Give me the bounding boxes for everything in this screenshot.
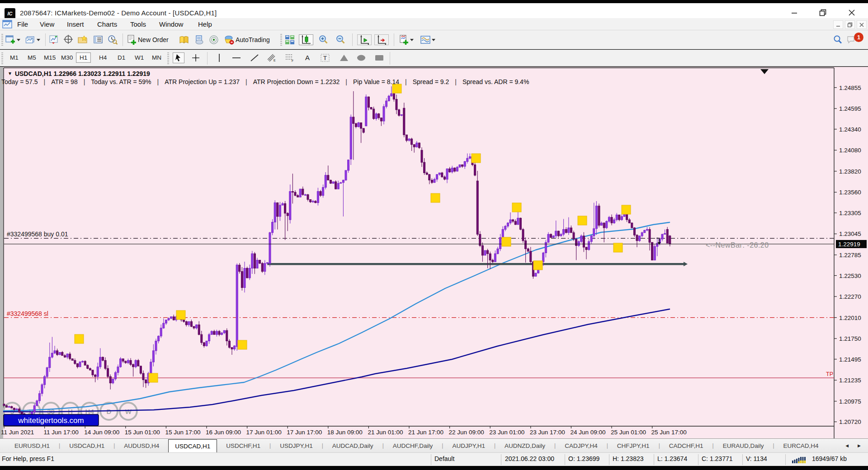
menu-item-file[interactable]: File (17, 20, 28, 28)
chart-restore-button[interactable] (845, 20, 855, 29)
toolbar-grip[interactable] (167, 52, 169, 64)
timeframe-button-h1[interactable]: H1 (76, 52, 91, 63)
candle-body (365, 97, 367, 126)
toolbar-grip[interactable] (280, 34, 282, 46)
menu-item-tools[interactable]: Tools (130, 20, 146, 28)
timeframe-button-h4[interactable]: H4 (95, 52, 110, 63)
timeframe-button-w1[interactable]: W1 (131, 52, 147, 63)
data-window-button[interactable] (63, 34, 74, 45)
candlestick-mode-button[interactable] (299, 34, 313, 45)
chart-menu-arrow-icon[interactable]: ▼ (8, 71, 12, 76)
code-base-button[interactable] (194, 34, 205, 45)
triangle-shape-button[interactable] (338, 52, 350, 63)
candle-body (317, 192, 319, 203)
chart-template-button[interactable] (420, 34, 440, 45)
menu-item-window[interactable]: Window (159, 20, 183, 28)
chart-tab-usdchf-h1[interactable]: USDCHF,H1 (217, 439, 269, 452)
chart-tab-usdcad-h1[interactable]: USDCAD,H1 (168, 439, 217, 452)
candle-body (474, 165, 476, 175)
zoom-in-button[interactable] (318, 34, 329, 45)
time-axis-label: 21 Jun 01:00 (368, 429, 403, 436)
chart-tab-audcad-daily[interactable]: AUDCAD,Daily (323, 439, 382, 452)
price-chart[interactable]: 51530HH4DW#332499568 buy 0.01#332499568 … (0, 67, 868, 438)
rectangle-shape-button[interactable] (373, 52, 385, 63)
signal-marker (149, 373, 158, 382)
cursor-tool-button[interactable] (173, 52, 184, 63)
candle-body (573, 233, 575, 239)
chart-tab-euraud-daily[interactable]: EURAUD,Daily (714, 439, 773, 452)
menu-item-charts[interactable]: Charts (97, 20, 117, 28)
timeframe-button-d1[interactable]: D1 (114, 52, 129, 63)
new-order-button[interactable]: New Order (127, 34, 174, 45)
ellipse-shape-button[interactable] (355, 52, 367, 63)
chart-tab-audusd-h4[interactable]: AUDUSD,H4 (115, 439, 168, 452)
timeframe-button-m30[interactable]: M30 (57, 52, 76, 63)
vertical-line-tool-button[interactable] (213, 52, 225, 63)
chart-close-button[interactable] (857, 20, 867, 29)
timeframe-button-m15[interactable]: M15 (40, 52, 59, 63)
status-profile[interactable]: Default (434, 455, 454, 462)
candle-body (406, 135, 407, 141)
horizontal-line-tool-button[interactable] (231, 52, 242, 63)
timeframe-button-m5[interactable]: M5 (24, 52, 40, 63)
autotrading-button[interactable]: AutoTrading (224, 34, 276, 45)
candle-body (117, 367, 119, 373)
candle-body (568, 228, 570, 233)
menu-item-help[interactable]: Help (198, 20, 212, 28)
timeframe-button-mn[interactable]: MN (148, 52, 165, 63)
chart-tab-cadjpy-h4[interactable]: CADJPY,H4 (556, 439, 607, 452)
timeframe-button-m1[interactable]: M1 (6, 52, 22, 63)
candle-body (165, 320, 167, 323)
candle-body (527, 249, 529, 251)
profiles-button[interactable] (25, 34, 41, 45)
new-chart-button[interactable] (5, 34, 21, 45)
window-title: 20875647: ICMarkets-Demo02 - Demo Accoun… (20, 9, 217, 17)
chart-tab-usdjpy-h1[interactable]: USDJPY,H1 (271, 439, 322, 452)
market-watch-button[interactable] (49, 34, 60, 45)
chart-tab-cadchf-h1[interactable]: CADCHF,H1 (660, 439, 712, 452)
auto-scroll-button[interactable] (357, 34, 372, 45)
menu-item-view[interactable]: View (40, 20, 54, 28)
chart-shift-button[interactable] (374, 34, 389, 45)
metaeditor-button[interactable] (179, 34, 190, 45)
broadcast-button[interactable] (209, 34, 220, 45)
equidistant-channel-tool-button[interactable]: E (266, 52, 278, 63)
dropdown-caret-icon[interactable] (17, 39, 20, 41)
window-minimize-button[interactable] (790, 9, 798, 17)
candle-body (497, 249, 499, 254)
chart-tab-usdcad-h1[interactable]: USDCAD,H1 (60, 439, 113, 452)
tab-scroll-right-icon[interactable]: ► (857, 443, 862, 448)
screen-bottom-strip (0, 466, 868, 470)
trendline-tool-button[interactable] (249, 52, 260, 63)
chart-tab-eurcad-h4[interactable]: EURCAD,H4 (774, 439, 828, 452)
zoom-out-button[interactable] (335, 34, 346, 45)
label-tool-button[interactable]: T (319, 52, 331, 63)
window-close-button[interactable] (848, 9, 856, 17)
dropdown-caret-icon[interactable] (410, 39, 414, 41)
chart-tab-audjpy-h1[interactable]: AUDJPY,H1 (443, 439, 494, 452)
toolbar-grip[interactable] (1, 34, 3, 46)
menu-item-insert[interactable]: Insert (67, 20, 84, 28)
chart-tab-audchf-daily[interactable]: AUDCHF,Daily (384, 439, 442, 452)
tile-windows-button[interactable] (285, 34, 296, 45)
chart-minimize-button[interactable] (833, 20, 843, 29)
candle-body (137, 360, 139, 366)
fibonacci-tool-button[interactable]: F (284, 52, 296, 63)
text-tool-button[interactable]: A (302, 52, 314, 63)
crosshair-tool-button[interactable] (190, 52, 202, 63)
navigator-button[interactable] (78, 34, 89, 45)
chart-tab-audnzd-daily[interactable]: AUDNZD,Daily (495, 439, 554, 452)
status-high: H: 1.23823 (613, 455, 644, 462)
strategy-tester-button[interactable] (108, 34, 118, 45)
toolbar-grip[interactable] (1, 52, 3, 64)
chart-tab-eurusd-h1[interactable]: EURUSD,H1 (5, 439, 59, 452)
dropdown-caret-icon[interactable] (37, 39, 40, 41)
indicators-button[interactable] (399, 34, 417, 45)
chart-tab-chfjpy-h1[interactable]: CHFJPY,H1 (608, 439, 659, 452)
terminal-button[interactable] (93, 34, 104, 45)
window-restore-button[interactable] (819, 9, 827, 17)
search-button[interactable] (833, 34, 844, 45)
dropdown-caret-icon[interactable] (432, 39, 435, 41)
notifications-button[interactable]: 1 (846, 34, 864, 45)
tab-scroll-left-icon[interactable]: ◄ (844, 443, 849, 448)
